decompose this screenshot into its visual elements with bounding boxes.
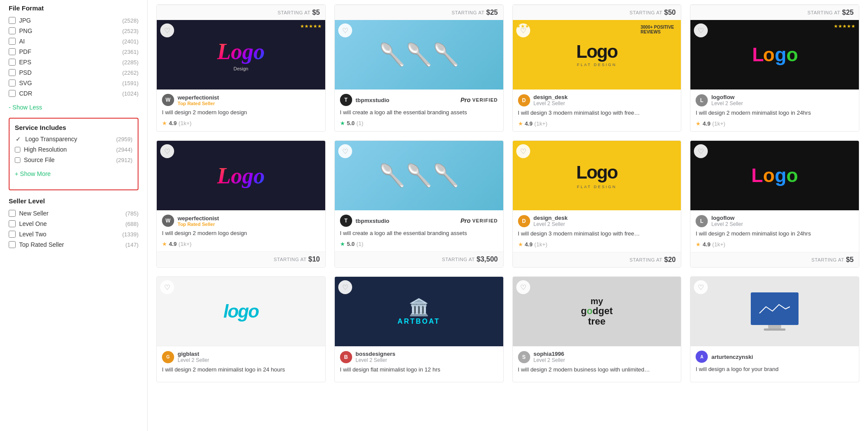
logo-text-gigblast: logo: [224, 301, 259, 322]
gig-card-tbpmxstudio-r2[interactable]: ♡ 🥄🥄🥄 T tbpmxstudio Pro VERIFIED: [334, 140, 504, 268]
seller-row: L logoflow Level 2 Seller: [696, 94, 854, 106]
gig-title: I will design 3 modern minimalist logo w…: [518, 230, 676, 238]
checkbox-jpg[interactable]: [9, 17, 16, 24]
price-value: $25: [486, 9, 498, 17]
gig-image-tbpmxstudio: ♡ 🥄🥄🥄: [335, 20, 503, 90]
checkbox-level-two[interactable]: [9, 231, 16, 238]
favorite-button[interactable]: ♡: [338, 23, 352, 37]
gig-info-r2-4: L logoflow Level 2 Seller I will design …: [690, 210, 859, 252]
seller-row: B bossdesigners Level 2 Seller: [340, 351, 498, 363]
logo-content-r2-1: Logo: [217, 163, 265, 189]
favorite-button[interactable]: ♡: [338, 144, 352, 158]
gig-title: I will create a logo all the essential b…: [340, 229, 498, 237]
gig-info-r2-2: T tbpmxstudio Pro VERIFIED I will create…: [335, 210, 503, 252]
favorite-button[interactable]: ♡: [160, 23, 174, 37]
checkbox-new-seller[interactable]: [9, 210, 16, 217]
favorite-button[interactable]: ♡: [516, 144, 530, 158]
stars-right: ★★★★★: [834, 23, 855, 29]
gig-card-design-desk-r2[interactable]: ♡ Logo FLAT DESIGN D design_desk Level 2…: [512, 140, 682, 268]
checkbox-svg[interactable]: [9, 80, 16, 86]
rating-count: (1k+): [178, 120, 191, 126]
sidebar: File Format JPG (2528) PNG (2523) AI: [0, 0, 148, 431]
gig-card-tbpmxstudio[interactable]: STARTING AT $25 ♡ 🥄🥄🥄 T tbpmxstudio Pro: [334, 4, 504, 132]
check-icon-logo-transparency: ✓: [15, 136, 22, 143]
rating-value: 4.9: [169, 120, 177, 126]
gig-info-design-desk: D design_desk Level 2 Seller I will desi…: [513, 90, 681, 131]
count-ai: (2401): [122, 38, 139, 45]
favorite-button[interactable]: ♡: [694, 23, 708, 37]
filter-new-seller: New Seller (785): [9, 210, 139, 217]
gig-info-gigblast: G gigblast Level 2 Seller I will design …: [157, 346, 325, 381]
file-format-title: File Format: [9, 4, 139, 12]
count-psd: (2262): [122, 70, 139, 76]
checkbox-pdf[interactable]: [9, 48, 16, 55]
seller-name: tbpmxstudio: [356, 218, 389, 224]
gig-card-design-desk[interactable]: STARTING AT $50 ♡ Logo FLAT DESIGN 3000+…: [512, 4, 682, 132]
count-png: (2523): [122, 28, 139, 34]
count-svg: (1591): [122, 80, 139, 86]
seller-level: Level 2 Seller: [711, 100, 743, 106]
favorite-button[interactable]: ♡: [694, 280, 708, 294]
gig-card-sophia1996[interactable]: ♡ my godget tree S sophia1996 Level 2 Se…: [512, 276, 682, 382]
label-level-one: Level One: [19, 220, 47, 227]
show-more-button[interactable]: + Show More: [15, 170, 51, 177]
avatar: S: [518, 351, 530, 363]
checkbox-level-one[interactable]: [9, 220, 16, 227]
gig-card-weperfectionist-r2[interactable]: ♡ Logo W weperfectionist Top Rated Selle…: [156, 140, 326, 268]
gig-card-gigblast[interactable]: ♡ logo G gigblast Level 2 Seller I will …: [156, 276, 326, 382]
avatar: L: [696, 215, 708, 227]
price-value: $50: [664, 9, 676, 17]
checkbox-ai[interactable]: [9, 38, 16, 45]
filter-source-file: Source File (2912): [15, 156, 132, 163]
seller-name: tbpmxstudio: [356, 97, 389, 103]
spoon-image-r2: 🥄🥄🥄: [379, 163, 459, 188]
filter-png: PNG (2523): [9, 27, 139, 34]
price-row-bottom-3: STARTING AT $20: [513, 252, 681, 267]
gig-image-sophia1996: ♡ my godget tree: [513, 277, 681, 346]
label-eps: EPS: [19, 59, 31, 66]
rating-row: ★ 4.9 (1k+): [518, 241, 676, 248]
flat-design: FLAT DESIGN: [576, 185, 617, 189]
rating-count: (1k+): [712, 241, 725, 248]
seller-row: L logoflow Level 2 Seller: [696, 215, 854, 227]
gig-card-weperfectionist[interactable]: STARTING AT $5 ♡ Logo Design ★★★★★ W w: [156, 4, 326, 132]
favorite-button[interactable]: ♡: [338, 280, 352, 294]
gig-grid: STARTING AT $5 ♡ Logo Design ★★★★★ W w: [156, 4, 859, 382]
checkbox-png[interactable]: [9, 27, 16, 34]
rating-value: 4.9: [703, 120, 710, 127]
favorite-button[interactable]: ♡: [160, 144, 174, 158]
gig-card-bossdesigners[interactable]: ♡ 🏛️ ARTBOAT B bossdesigners Level 2 Sel…: [334, 276, 504, 382]
gig-card-logoflow[interactable]: STARTING AT $25 ♡ Logo ★★★★★ L: [690, 4, 859, 132]
checkbox-top-rated-seller[interactable]: [9, 241, 16, 248]
gig-card-logoflow-r2[interactable]: ♡ Logo L logoflow Level 2 Seller I will …: [690, 140, 859, 268]
seller-level-badge: Top Rated Seller: [178, 101, 219, 106]
starting-at-label: STARTING AT: [452, 10, 485, 15]
filter-top-rated-seller: Top Rated Seller (147): [9, 241, 139, 248]
count-high-resolution: (2944): [116, 146, 132, 153]
pro-verified-badge-r2: Pro VERIFIED: [460, 217, 498, 224]
price-row-top-4: STARTING AT $25: [690, 5, 859, 20]
checkbox-psd[interactable]: [9, 69, 16, 76]
checkbox-eps[interactable]: [9, 59, 16, 66]
rating-row: ★ 5.0 (1): [340, 120, 498, 126]
star-icon-teal: ★: [340, 241, 345, 247]
filter-eps: EPS (2285): [9, 59, 139, 66]
show-less-button[interactable]: - Show Less: [9, 104, 42, 111]
seller-level-title: Seller Level: [9, 197, 139, 205]
star-icon: ★: [518, 120, 523, 127]
checkbox-high-resolution[interactable]: [15, 147, 20, 153]
star-icon: ★: [162, 120, 167, 126]
label-svg: SVG: [19, 80, 32, 86]
favorite-button[interactable]: ♡: [694, 144, 708, 158]
gig-info-bossdesigners: B bossdesigners Level 2 Seller I will de…: [335, 346, 503, 381]
filter-psd: PSD (2262): [9, 69, 139, 76]
seller-level-section: Seller Level New Seller (785) Level One …: [9, 197, 139, 248]
starting-at-label: STARTING AT: [811, 257, 844, 262]
seller-row: W weperfectionist Top Rated Seller: [162, 94, 320, 106]
checkbox-source-file[interactable]: [15, 157, 20, 163]
favorite-button[interactable]: ♡: [516, 280, 530, 294]
gig-card-arturtenczynski[interactable]: ♡ A arturte: [690, 276, 859, 382]
seller-name: weperfectionist: [178, 94, 219, 101]
checkbox-cdr[interactable]: [9, 90, 16, 97]
favorite-button[interactable]: ♡: [160, 280, 174, 294]
